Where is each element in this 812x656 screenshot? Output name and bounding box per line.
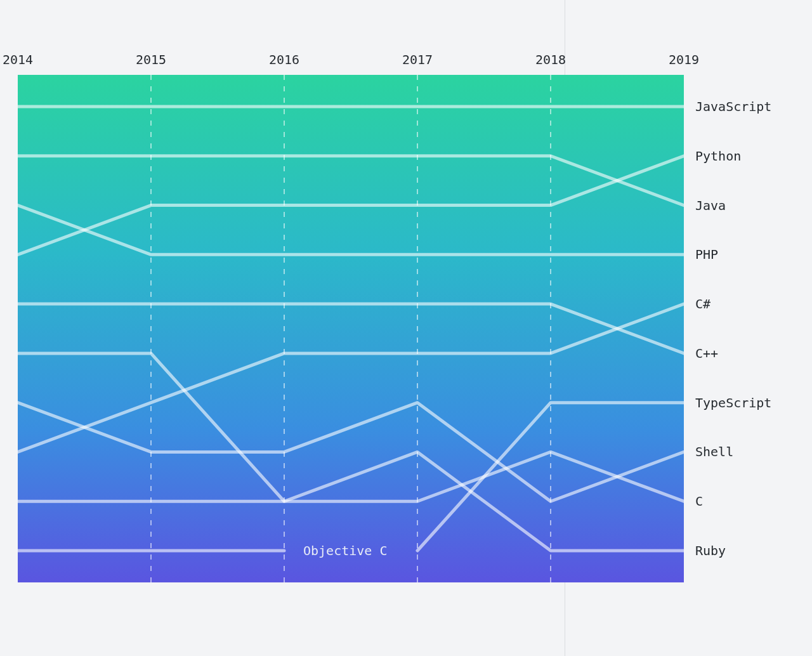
rank-label: Shell <box>695 444 733 459</box>
rank-label: C++ <box>695 346 718 361</box>
x-tick-label: 2014 <box>3 52 33 67</box>
x-axis-labels: 201420152016201720182019 <box>18 52 684 71</box>
rank-label: Ruby <box>695 543 726 558</box>
rank-label: JavaScript <box>695 99 771 114</box>
chart-page: 201420152016201720182019 Objective C Jav… <box>0 0 812 656</box>
rank-label: C <box>695 494 703 509</box>
x-tick-label: 2015 <box>136 52 166 67</box>
x-tick-label: 2018 <box>535 52 566 67</box>
rank-label: PHP <box>695 247 718 262</box>
chart-background <box>18 75 684 582</box>
inside-series-labels: Objective C <box>303 543 387 558</box>
rank-label: C# <box>695 296 710 312</box>
rank-label: TypeScript <box>695 395 771 410</box>
plot-area: Objective C <box>18 75 684 582</box>
rank-label: Python <box>695 148 741 164</box>
rank-label: Java <box>695 198 726 213</box>
x-tick-label: 2017 <box>402 52 433 67</box>
x-tick-label: 2016 <box>269 52 299 67</box>
x-tick-label: 2019 <box>669 52 699 67</box>
inside-label-objective-c: Objective C <box>303 543 387 558</box>
right-rank-labels: JavaScriptPythonJavaPHPC#C++TypeScriptSh… <box>695 75 803 582</box>
rank-chart-svg: Objective C <box>18 75 684 582</box>
